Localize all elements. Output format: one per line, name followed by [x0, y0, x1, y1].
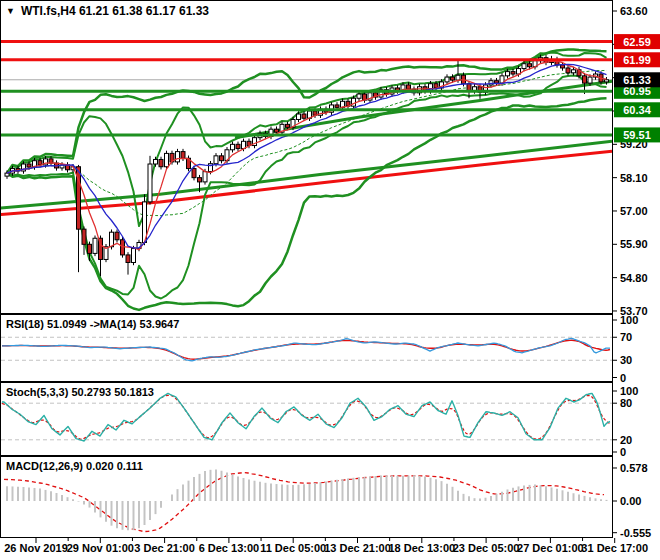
- time-axis: 26 Nov 201929 Nov 01:003 Dec 21:006 Dec …: [0, 538, 648, 554]
- svg-text:58.10: 58.10: [620, 172, 648, 184]
- svg-text:27 Dec 01:00: 27 Dec 01:00: [517, 542, 584, 554]
- main-price-axis: 63.6062.5061.4060.3059.2058.1057.0055.90…: [613, 5, 648, 317]
- svg-text:100: 100: [620, 385, 638, 397]
- svg-text:59.51: 59.51: [623, 129, 651, 141]
- rsi-indicator-label: RSI(18) 51.0949 ->MA(14) 53.9647: [6, 318, 179, 331]
- svg-text:100: 100: [620, 314, 638, 326]
- svg-text:70: 70: [620, 331, 632, 343]
- svg-text:29 Nov 01:00: 29 Nov 01:00: [67, 542, 134, 554]
- trading-chart-window: 63.6062.5061.4060.3059.2058.1057.0055.90…: [0, 0, 660, 560]
- main-price-pane: [1, 1, 613, 314]
- svg-text:11 Dec 05:00: 11 Dec 05:00: [260, 542, 326, 554]
- svg-text:62.59: 62.59: [623, 36, 651, 48]
- symbol-dropdown-icon[interactable]: ▼: [6, 5, 15, 17]
- svg-text:57.00: 57.00: [620, 205, 648, 217]
- svg-text:61.33: 61.33: [623, 74, 651, 86]
- svg-text:61.99: 61.99: [623, 54, 651, 66]
- price-badges: 62.5961.9960.9560.3459.5161.33: [614, 34, 660, 142]
- svg-text:54.80: 54.80: [620, 272, 648, 284]
- svg-text:23 Dec 05:00: 23 Dec 05:00: [453, 542, 520, 554]
- svg-text:26 Nov 2019: 26 Nov 2019: [4, 542, 68, 554]
- macd-indicator-label: MACD(12,26,9) 0.020 0.111: [6, 460, 143, 473]
- symbol-ohlc-readout: WTI.fs,H4 61.21 61.38 61.17 61.33: [21, 4, 209, 18]
- svg-text:3 Dec 21:00: 3 Dec 21:00: [134, 542, 195, 554]
- svg-text:0: 0: [620, 446, 626, 458]
- svg-text:6 Dec 13:00: 6 Dec 13:00: [199, 542, 260, 554]
- svg-text:18 Dec 13:00: 18 Dec 13:00: [388, 542, 455, 554]
- svg-text:30: 30: [620, 354, 632, 366]
- svg-text:0.578: 0.578: [620, 462, 648, 474]
- svg-text:80: 80: [620, 397, 632, 409]
- svg-text:60.34: 60.34: [623, 104, 651, 116]
- svg-text:20: 20: [620, 434, 632, 446]
- chart-canvas[interactable]: 63.6062.5061.4060.3059.2058.1057.0055.90…: [0, 0, 660, 560]
- svg-text:31 Dec 17:00: 31 Dec 17:00: [581, 542, 648, 554]
- svg-text:0: 0: [620, 372, 626, 384]
- svg-text:13 Dec 21:00: 13 Dec 21:00: [324, 542, 391, 554]
- svg-text:-0.555: -0.555: [620, 527, 651, 539]
- svg-text:63.60: 63.60: [620, 5, 648, 17]
- symbol-title-bar[interactable]: ▼ WTI.fs,H4 61.21 61.38 61.17 61.33: [6, 4, 209, 18]
- svg-text:0.00: 0.00: [620, 495, 641, 507]
- stoch-indicator-label: Stoch(5,3,3) 50.2793 50.1813: [6, 386, 154, 399]
- svg-text:55.90: 55.90: [620, 238, 648, 250]
